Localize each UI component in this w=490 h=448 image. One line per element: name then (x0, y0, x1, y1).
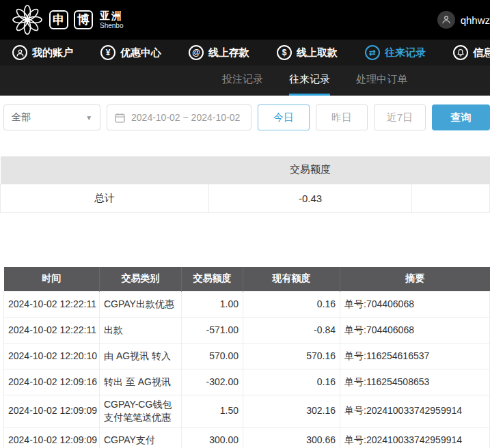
date-range-input[interactable]: 2024-10-02 ~ 2024-10-02 (107, 104, 251, 130)
records-table: 时间 交易类别 交易额度 现有额度 摘要 2024-10-02 12:22:11… (3, 267, 490, 448)
cell-type: CGPAY支付 (100, 427, 182, 448)
col-header-balance: 现有额度 (243, 267, 340, 292)
user-avatar-icon (437, 11, 455, 29)
cell-type: 出款 (100, 318, 182, 344)
summary-table: 交易额度 总计 -0.43 (0, 156, 490, 213)
summary-header-spacer (412, 156, 490, 184)
cell-time: 2024-10-02 12:22:11 (4, 318, 100, 344)
cell-memo: 单号:116254508653 (340, 369, 490, 395)
nav-item-my-account[interactable]: 我的账户 (12, 45, 73, 60)
cell-type: CGPAY出款优惠 (100, 292, 182, 318)
summary-total-value: -0.43 (209, 184, 412, 212)
summary-total-row: 总计 -0.43 (1, 184, 490, 212)
deposit-icon: @ (189, 45, 204, 60)
cell-type: 由 AG视讯 转入 (100, 344, 182, 369)
cell-memo: 单号:704406068 (340, 318, 490, 344)
cell-type: CGPAY-CG钱包支付笔笔送优惠 (100, 395, 182, 428)
cell-balance: -0.84 (243, 318, 340, 344)
yesterday-button[interactable]: 昨日 (316, 104, 368, 130)
tab-processing-orders[interactable]: 处理中订单 (356, 66, 407, 96)
summary-total-label: 总计 (1, 184, 209, 212)
cell-amount: -302.00 (182, 369, 243, 395)
cell-time: 2024-10-02 12:09:16 (4, 369, 100, 395)
col-header-memo: 摘要 (340, 267, 490, 292)
table-row: 2024-10-02 12:22:11 CGPAY出款优惠 1.00 0.16 … (4, 292, 490, 318)
cell-type: 转出 至 AG视讯 (100, 369, 182, 395)
main-nav: 我的账户 ¥ 优惠中心 @ 线上存款 $ 线上取款 ⇄ 往来记录 信息 (0, 40, 490, 66)
cell-time: 2024-10-02 12:20:10 (4, 344, 100, 369)
cell-memo: 单号:704406068 (340, 292, 490, 318)
brand-logo[interactable]: 申 博 亚洲 Shenbo (11, 3, 123, 36)
nav-label: 线上存款 (208, 46, 249, 59)
records-icon: ⇄ (365, 45, 380, 60)
record-tabs: 投注记录 往来记录 处理中订单 (0, 66, 490, 96)
nav-label: 线上取款 (297, 46, 338, 59)
table-row: 2024-10-02 12:09:16 转出 至 AG视讯 -302.00 0.… (4, 369, 490, 395)
nav-label: 信息 (473, 46, 490, 59)
brand-char-bo: 博 (74, 10, 93, 29)
nav-item-messages[interactable]: 信息 (453, 45, 490, 60)
user-account[interactable]: qhhwz (437, 11, 490, 29)
lotus-flower-icon (11, 3, 44, 36)
cell-memo: 单号:202410033742959914 (340, 427, 490, 448)
brand-char-shen: 申 (49, 10, 68, 29)
col-header-amount: 交易额度 (182, 267, 243, 292)
table-row: 2024-10-02 12:09:09 CGPAY支付 300.00 300.6… (4, 427, 490, 448)
summary-header-row: 交易额度 (1, 156, 490, 184)
today-button[interactable]: 今日 (258, 104, 310, 130)
summary-header-spacer (1, 156, 209, 184)
nav-label: 我的账户 (32, 46, 73, 59)
cell-amount: 570.00 (182, 344, 243, 369)
cell-amount: -571.00 (182, 318, 243, 344)
type-select-value: 全部 (12, 111, 31, 124)
cell-memo: 单号:116254616537 (340, 344, 490, 369)
nav-item-withdraw[interactable]: $ 线上取款 (277, 45, 338, 60)
cell-time: 2024-10-02 12:09:09 (4, 427, 100, 448)
tab-betting-records[interactable]: 投注记录 (222, 66, 263, 96)
cell-time: 2024-10-02 12:22:11 (4, 292, 100, 318)
nav-label: 往来记录 (385, 46, 426, 59)
user-icon (12, 45, 27, 60)
brand-en-label: Shenbo (100, 22, 123, 29)
chevron-down-icon: ▼ (85, 114, 92, 122)
bell-icon (453, 45, 468, 60)
cell-balance: 0.16 (243, 292, 340, 318)
cell-balance: 570.16 (243, 344, 340, 369)
query-button[interactable]: 查询 (432, 104, 490, 130)
col-header-time: 时间 (4, 267, 100, 292)
summary-header-amount: 交易额度 (209, 156, 412, 184)
cell-balance: 300.66 (243, 427, 340, 448)
calendar-icon (114, 112, 126, 124)
last7days-button[interactable]: 近7日 (374, 104, 426, 130)
cell-amount: 1.50 (182, 395, 243, 428)
brand-subtitle: 亚洲 Shenbo (100, 10, 123, 29)
cell-balance: 302.16 (243, 395, 340, 428)
username: qhhwz (461, 14, 490, 26)
nav-item-deposit[interactable]: @ 线上存款 (189, 45, 249, 60)
filter-bar: 全部 ▼ 2024-10-02 ~ 2024-10-02 今日 昨日 近7日 查… (3, 104, 490, 130)
cell-balance: 0.16 (243, 369, 340, 395)
cell-amount: 1.00 (182, 292, 243, 318)
tab-transaction-records[interactable]: 往来记录 (289, 66, 330, 96)
nav-label: 优惠中心 (120, 46, 161, 59)
table-row: 2024-10-02 12:09:09 CGPAY-CG钱包支付笔笔送优惠 1.… (4, 395, 490, 428)
nav-item-records[interactable]: ⇄ 往来记录 (365, 45, 426, 60)
cell-time: 2024-10-02 12:09:09 (4, 395, 100, 428)
cell-amount: 300.00 (182, 427, 243, 448)
promo-icon: ¥ (100, 45, 115, 60)
brand-region-label: 亚洲 (100, 10, 123, 22)
summary-empty-cell (412, 184, 490, 212)
date-range-value: 2024-10-02 ~ 2024-10-02 (131, 112, 240, 123)
table-row: 2024-10-02 12:20:10 由 AG视讯 转入 570.00 570… (4, 344, 490, 369)
cell-memo: 单号:202410033742959914 (340, 395, 490, 428)
table-row: 2024-10-02 12:22:11 出款 -571.00 -0.84 单号:… (4, 318, 490, 344)
records-header-row: 时间 交易类别 交易额度 现有额度 摘要 (4, 267, 490, 292)
type-select[interactable]: 全部 ▼ (3, 104, 100, 130)
col-header-type: 交易类别 (100, 267, 182, 292)
nav-item-promotions[interactable]: ¥ 优惠中心 (100, 45, 161, 60)
withdraw-icon: $ (277, 45, 292, 60)
top-header: 申 博 亚洲 Shenbo qhhwz (0, 0, 490, 40)
